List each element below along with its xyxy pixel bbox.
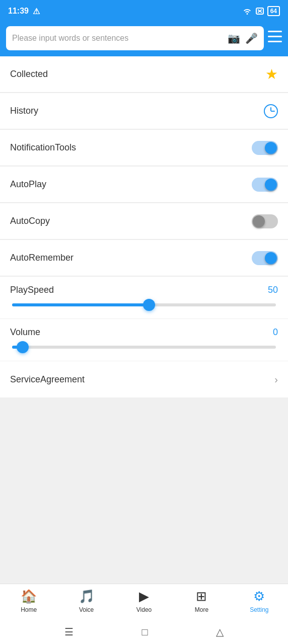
android-nav: ☰ □ △ [0, 620, 288, 644]
star-icon: ★ [265, 66, 278, 83]
playspeed-track[interactable] [12, 303, 276, 306]
toggle-track [252, 214, 278, 228]
autoremember-label: AutoRemember [10, 253, 74, 263]
more-label: More [195, 606, 208, 613]
voice-icon: 🎵 [79, 589, 95, 604]
svg-rect-4 [268, 36, 282, 37]
clock-icon [264, 104, 278, 118]
home-icon: 🏠 [21, 589, 37, 604]
toggle-thumb [253, 215, 265, 227]
android-home-btn[interactable]: □ [141, 626, 148, 638]
volume-value: 0 [273, 327, 278, 338]
settings-item-service-agreement[interactable]: ServiceAgreement › [0, 361, 288, 397]
service-agreement-label: ServiceAgreement [10, 374, 85, 385]
android-back-btn[interactable]: △ [216, 626, 224, 638]
playspeed-fill [12, 303, 149, 306]
android-menu-btn[interactable]: ☰ [64, 626, 74, 638]
autoremember-toggle[interactable] [252, 251, 278, 265]
search-icons: 📷 🎤 [228, 32, 258, 44]
warning-icon: ⚠ [33, 7, 40, 16]
search-placeholder: Please input words or sentences [12, 34, 228, 43]
playspeed-label: PlaySpeed [10, 285, 54, 295]
collected-label: Collected [10, 69, 48, 79]
toggle-thumb [265, 179, 277, 191]
toggle-thumb [265, 142, 277, 154]
svg-rect-5 [268, 41, 282, 42]
playspeed-thumb[interactable] [143, 299, 155, 311]
svg-rect-3 [268, 31, 282, 32]
nav-item-setting[interactable]: ⚙ Setting [231, 589, 288, 613]
volume-thumb[interactable] [17, 341, 29, 353]
playspeed-section: PlaySpeed 50 [0, 277, 288, 318]
status-right: 64 [242, 6, 280, 16]
autocopy-label: AutoCopy [10, 216, 50, 226]
nav-item-voice[interactable]: 🎵 Voice [57, 589, 115, 613]
history-label: History [10, 106, 38, 116]
toggle-track [252, 251, 278, 265]
volume-header: Volume 0 [10, 327, 278, 338]
volume-track[interactable] [12, 346, 276, 349]
video-icon: ▶ [139, 589, 149, 604]
nav-item-home[interactable]: 🏠 Home [0, 589, 57, 613]
autoplay-label: AutoPlay [10, 179, 46, 190]
battery-level: 64 [267, 6, 280, 16]
status-bar: 11:39 ⚠ 64 [0, 0, 288, 22]
settings-item-autoplay[interactable]: AutoPlay [0, 167, 288, 203]
toggle-track [252, 141, 278, 155]
status-left: 11:39 ⚠ [8, 7, 40, 16]
settings-item-notification-tools[interactable]: NotificationTools [0, 130, 288, 166]
volume-label: Volume [10, 327, 40, 338]
wifi-icon [242, 7, 252, 15]
toggle-thumb [265, 252, 277, 264]
autoplay-toggle[interactable] [252, 178, 278, 192]
video-label: Video [136, 606, 152, 613]
nav-item-video[interactable]: ▶ Video [115, 589, 173, 613]
x-icon [255, 7, 264, 15]
menu-icon[interactable] [268, 31, 282, 46]
settings-content: Collected ★ History NotificationTools Au… [0, 56, 288, 584]
search-bar: Please input words or sentences 📷 🎤 [0, 22, 288, 56]
settings-item-collected[interactable]: Collected ★ [0, 56, 288, 93]
toggle-track [252, 178, 278, 192]
settings-item-autocopy[interactable]: AutoCopy [0, 203, 288, 239]
playspeed-header: PlaySpeed 50 [10, 285, 278, 295]
home-label: Home [21, 606, 37, 613]
settings-item-history[interactable]: History [0, 93, 288, 129]
notification-tools-toggle[interactable] [252, 141, 278, 155]
bottom-nav: 🏠 Home 🎵 Voice ▶ Video ⊞ More ⚙ Setting [0, 584, 288, 620]
search-input-wrapper[interactable]: Please input words or sentences 📷 🎤 [6, 26, 264, 50]
volume-section: Volume 0 [0, 319, 288, 361]
notification-tools-label: NotificationTools [10, 142, 76, 153]
camera-icon[interactable]: 📷 [228, 32, 240, 44]
playspeed-value: 50 [268, 285, 278, 295]
mic-icon[interactable]: 🎤 [245, 32, 258, 44]
status-time: 11:39 [8, 7, 29, 16]
autocopy-toggle[interactable] [252, 214, 278, 228]
chevron-right-icon: › [274, 374, 278, 385]
more-icon: ⊞ [196, 589, 207, 604]
nav-item-more[interactable]: ⊞ More [173, 589, 230, 613]
settings-item-autoremember[interactable]: AutoRemember [0, 240, 288, 276]
voice-label: Voice [79, 606, 94, 613]
setting-icon: ⚙ [253, 589, 265, 604]
setting-label: Setting [250, 606, 268, 613]
